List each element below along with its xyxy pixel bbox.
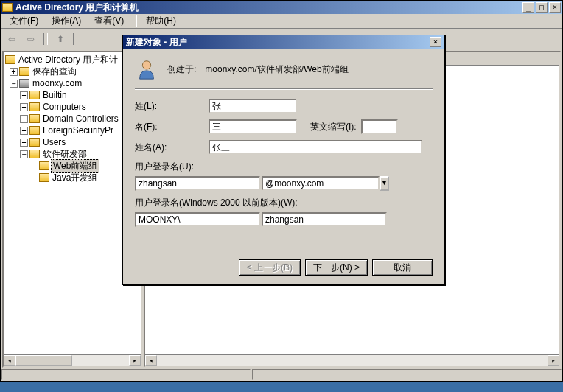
tree-builtin-label: Builtin (41, 90, 69, 100)
domain-suffix-select[interactable]: ▼ (262, 176, 387, 191)
tree-domain[interactable]: − moonxy.com (5, 77, 139, 89)
list-scrollbar-h[interactable]: ◂ ▸ (145, 354, 559, 366)
ou-icon (29, 150, 40, 158)
tree-users-label: Users (41, 137, 67, 147)
tree-web-team[interactable]: Web前端组 (5, 160, 139, 172)
chevron-down-icon[interactable]: ▼ (380, 176, 389, 191)
tree-java-team-label: Java开发组 (51, 172, 99, 184)
scroll-thumb[interactable] (15, 355, 72, 366)
back-button: < 上一步(B) (239, 259, 301, 276)
fullname-input[interactable] (209, 140, 422, 155)
cancel-button[interactable]: 取消 (372, 259, 433, 276)
expander-icon[interactable]: + (20, 103, 28, 111)
tree-root[interactable]: Active Directory 用户和计 (5, 54, 139, 66)
tree-dcs-label: Domain Controllers (41, 113, 120, 124)
given-input[interactable] (209, 119, 297, 134)
create-in-label: 创建于: (167, 63, 196, 76)
menu-file[interactable]: 文件(F) (4, 13, 44, 29)
tool-back[interactable]: ⇦ (4, 31, 20, 47)
expander-icon[interactable]: + (10, 68, 18, 76)
tree-users[interactable]: + Users (5, 136, 139, 148)
app-icon (2, 3, 13, 12)
login-input[interactable] (135, 176, 260, 191)
status-cell (1, 369, 251, 380)
main-titlebar: Active Directory 用户和计算机 _ □ × (1, 1, 562, 14)
folder-icon (29, 138, 40, 147)
svg-point-0 (142, 61, 150, 69)
folder-icon (29, 91, 40, 99)
tree-dcs[interactable]: + Domain Controllers (5, 113, 139, 125)
next-button[interactable]: 下一步(N) > (305, 259, 368, 276)
login-pre2k-label: 用户登录名(Windows 2000 以前版本)(W): (135, 197, 433, 209)
folder-icon (29, 126, 40, 135)
close-button[interactable]: × (549, 2, 561, 13)
domain-suffix-value (262, 176, 380, 191)
scroll-left-button[interactable]: ◂ (145, 355, 157, 366)
tree-scrollbar-h[interactable]: ◂ ▸ (4, 354, 141, 366)
toolbar-separator (43, 33, 48, 45)
tree-saved-queries-label: 保存的查询 (31, 66, 78, 78)
dialog-close-button[interactable]: × (430, 37, 441, 47)
tool-up[interactable]: ⬆ (52, 31, 69, 47)
surname-input[interactable] (209, 99, 297, 113)
tree-computers[interactable]: + Computers (5, 101, 139, 113)
create-in-path: moonxy.com/软件研发部/Web前端组 (205, 63, 348, 76)
domain-icon (19, 79, 29, 88)
menu-action[interactable]: 操作(A) (46, 13, 87, 29)
statusbar (1, 368, 562, 381)
pre2k-domain-input (135, 212, 260, 227)
expander-icon[interactable]: + (20, 91, 28, 99)
folder-icon (5, 55, 15, 64)
expander-icon[interactable]: − (10, 80, 18, 88)
tree-java-team[interactable]: Java开发组 (5, 172, 139, 183)
expander-icon[interactable]: + (20, 115, 28, 123)
tool-forward[interactable]: ⇨ (23, 31, 39, 47)
expander-icon[interactable]: + (20, 127, 28, 135)
maximize-button[interactable]: □ (536, 2, 548, 13)
divider (135, 88, 433, 90)
tree-computers-label: Computers (41, 102, 88, 112)
scroll-left-button[interactable]: ◂ (4, 355, 15, 366)
folder-icon (29, 102, 40, 111)
minimize-button[interactable]: _ (522, 2, 534, 13)
toolbar-separator-2 (73, 33, 77, 45)
tree-domain-label: moonxy.com (31, 78, 83, 88)
scroll-right-button[interactable]: ▸ (548, 355, 559, 366)
scroll-right-button[interactable]: ▸ (129, 355, 141, 366)
surname-label: 姓(L): (135, 100, 209, 113)
folder-icon (19, 67, 29, 76)
pre2k-login-input[interactable] (262, 212, 387, 227)
menu-help[interactable]: 帮助(H) (140, 13, 182, 29)
new-user-dialog: 新建对象 - 用户 × 创建于: moonxy.com/软件研发部/Web前端组… (122, 35, 445, 285)
initials-input[interactable] (361, 119, 398, 134)
login-label: 用户登录名(U): (135, 161, 433, 173)
expander-icon[interactable]: − (20, 150, 28, 158)
given-label: 名(F): (135, 121, 209, 133)
user-icon (135, 57, 158, 81)
menu-separator (133, 15, 137, 27)
tree-pane[interactable]: Active Directory 用户和计 + 保存的查询 − moonxy.c… (2, 51, 142, 368)
tree-root-label: Active Directory 用户和计 (17, 54, 119, 66)
menu-view[interactable]: 查看(V) (88, 13, 130, 29)
tree-saved-queries[interactable]: + 保存的查询 (5, 66, 139, 77)
tree-fsp-label: ForeignSecurityPr (41, 125, 115, 136)
menubar: 文件(F) 操作(A) 查看(V) 帮助(H) (1, 14, 562, 29)
status-cell (252, 369, 562, 380)
initials-label: 英文缩写(I): (310, 121, 357, 133)
ou-icon (39, 161, 49, 170)
ou-icon (39, 173, 49, 182)
dialog-titlebar: 新建对象 - 用户 × (123, 35, 444, 49)
expander-icon[interactable]: + (20, 139, 28, 147)
tree-fsp[interactable]: + ForeignSecurityPr (5, 125, 139, 136)
fullname-label: 姓名(A): (135, 141, 209, 154)
folder-icon (29, 114, 40, 123)
tree-builtin[interactable]: + Builtin (5, 89, 139, 101)
dialog-title: 新建对象 - 用户 (126, 36, 187, 49)
main-title: Active Directory 用户和计算机 (15, 1, 139, 14)
